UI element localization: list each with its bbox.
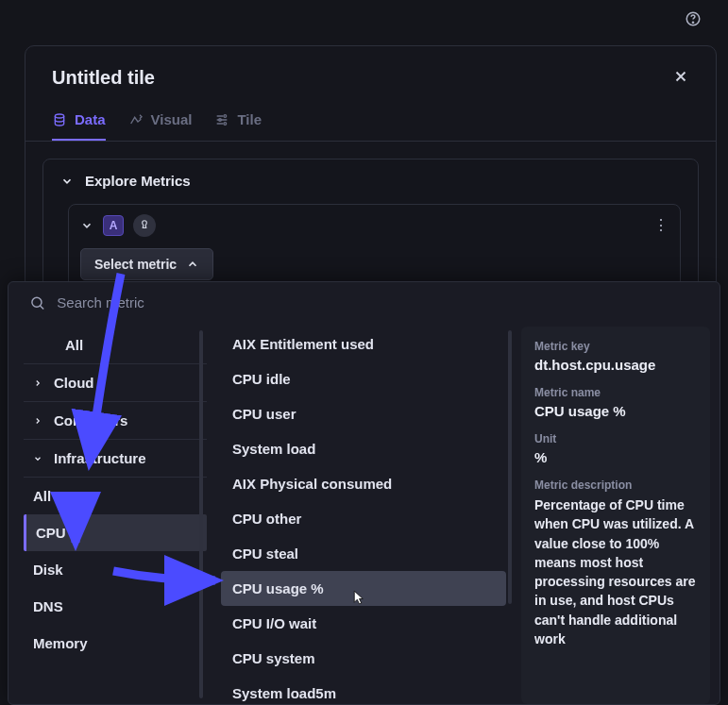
search-icon — [29, 294, 45, 311]
subcategory-disk-label: Disk — [33, 562, 63, 578]
chevron-down-icon[interactable] — [60, 175, 74, 188]
query-type-icon[interactable] — [133, 214, 156, 237]
category-cloud[interactable]: Cloud — [24, 364, 207, 402]
tile-editor-panel: Untitled tile Data Visual Tile — [25, 45, 717, 319]
category-all-label: All — [65, 337, 83, 353]
metric-item[interactable]: CPU I/O wait — [221, 606, 506, 641]
metric-item[interactable]: AIX Physical consumed — [221, 466, 506, 501]
svg-point-3 — [224, 114, 227, 117]
metric-item[interactable]: System load — [221, 431, 506, 466]
select-metric-button[interactable]: Select metric — [80, 248, 213, 280]
subcategory-memory[interactable]: Memory — [24, 625, 207, 662]
category-infrastructure[interactable]: Infrastructure — [24, 440, 207, 478]
tab-visual[interactable]: Visual — [128, 102, 193, 141]
subcategory-dns[interactable]: DNS — [24, 588, 207, 625]
chevron-right-icon — [33, 416, 42, 426]
chevron-down-icon — [33, 454, 42, 463]
chevron-down-icon[interactable] — [80, 219, 93, 232]
subcategory-memory-label: Memory — [33, 635, 88, 651]
subcategory-dns-label: DNS — [33, 598, 63, 614]
metric-item[interactable]: CPU system — [221, 641, 506, 676]
chevron-right-icon — [33, 378, 42, 388]
tab-bar: Data Visual Tile — [25, 102, 716, 142]
chevron-up-icon — [186, 258, 199, 271]
tab-tile[interactable]: Tile — [214, 102, 262, 141]
metric-column: AIX Entitlement used CPU idle CPU user S… — [208, 327, 514, 704]
tab-data-label: Data — [75, 111, 106, 127]
search-input[interactable] — [55, 294, 706, 311]
category-column: All Cloud Containers Infrastructure All … — [24, 327, 208, 704]
metric-desc-label: Metric description — [534, 478, 697, 492]
metric-key-value: dt.host.cpu.usage — [534, 357, 697, 373]
metric-item[interactable]: AIX Entitlement used — [221, 327, 506, 361]
metric-unit-value: % — [534, 449, 697, 465]
svg-point-6 — [32, 297, 42, 307]
subcategory-cpu[interactable]: CPU — [24, 514, 207, 551]
category-containers-label: Containers — [54, 412, 127, 428]
metric-item[interactable]: CPU idle — [221, 361, 506, 396]
svg-point-2 — [55, 114, 63, 118]
help-icon[interactable] — [685, 10, 702, 31]
metric-unit-label: Unit — [534, 432, 697, 445]
panel-title: Untitled tile — [52, 67, 155, 89]
tab-data[interactable]: Data — [52, 102, 106, 141]
metric-item[interactable]: System load5m — [221, 676, 506, 704]
subcategory-all[interactable]: All — [24, 478, 207, 514]
more-icon[interactable]: ⋮ — [653, 218, 669, 233]
metric-picker-popover: All Cloud Containers Infrastructure All … — [8, 281, 720, 705]
metric-item[interactable]: CPU other — [221, 501, 506, 536]
metric-name-label: Metric name — [534, 386, 697, 399]
category-infrastructure-label: Infrastructure — [54, 450, 146, 466]
metric-name-value: CPU usage % — [534, 403, 697, 419]
tab-tile-label: Tile — [237, 111, 262, 127]
metric-desc-value: Percentage of CPU time when CPU was util… — [534, 495, 697, 648]
subcategory-disk[interactable]: Disk — [24, 551, 207, 588]
metric-key-label: Metric key — [534, 340, 697, 353]
category-all[interactable]: All — [24, 327, 207, 364]
svg-point-5 — [224, 122, 227, 125]
metric-item[interactable]: CPU steal — [221, 536, 506, 571]
metric-detail-panel: Metric key dt.host.cpu.usage Metric name… — [521, 327, 710, 704]
svg-point-1 — [692, 22, 693, 23]
query-badge: A — [103, 215, 124, 236]
explore-title: Explore Metrics — [85, 173, 191, 189]
category-cloud-label: Cloud — [54, 375, 94, 391]
tab-visual-label: Visual — [151, 111, 193, 127]
metric-item-selected[interactable]: CPU usage % — [221, 571, 506, 606]
subcategory-all-label: All — [33, 488, 51, 504]
subcategory-cpu-label: CPU — [36, 525, 66, 541]
metric-item[interactable]: CPU user — [221, 396, 506, 431]
select-metric-label: Select metric — [94, 257, 177, 272]
close-icon[interactable] — [672, 68, 689, 89]
category-containers[interactable]: Containers — [24, 402, 207, 440]
